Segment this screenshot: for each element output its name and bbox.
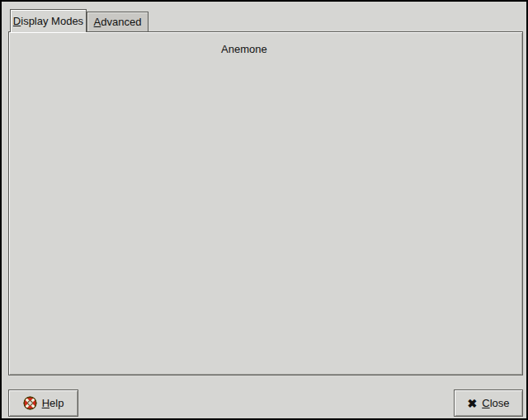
- close-button-label: Close: [482, 397, 509, 409]
- life-preserver-icon: [23, 396, 37, 410]
- preview-frame-title: Anemone: [218, 43, 271, 55]
- tab-display-modes[interactable]: Display Modes: [10, 9, 87, 32]
- tab-advanced[interactable]: Advanced: [87, 12, 148, 31]
- help-button[interactable]: Help: [8, 389, 78, 417]
- close-x-icon: ✖: [468, 397, 478, 410]
- help-button-label: Help: [42, 397, 64, 409]
- close-button[interactable]: ✖ Close: [454, 389, 523, 417]
- tab-display-modes-label: Display Modes: [13, 15, 83, 27]
- screensaver-preferences-window: Display Modes Advanced Mode: Only One Sc…: [0, 0, 528, 420]
- display-modes-panel: [8, 31, 523, 375]
- tab-advanced-label: Advanced: [94, 16, 142, 28]
